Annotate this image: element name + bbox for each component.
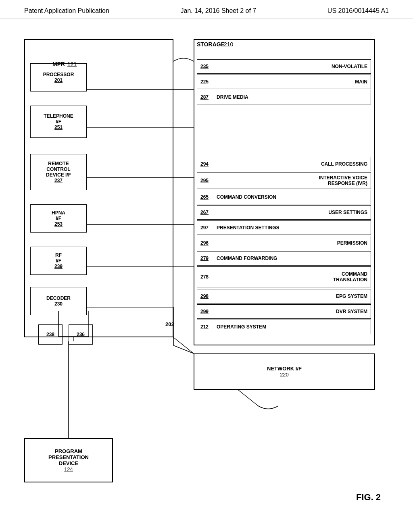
fig-label: FIG. 2	[356, 492, 381, 503]
diagram-area: MPR 121 PROCESSOR 201 TELEPHONEI/F 251 R…	[0, 19, 413, 515]
non-volatile-item: 235 NON-VOLATILE	[197, 59, 371, 74]
cf-num: 279	[200, 256, 213, 261]
cc-label: COMMAND CONVERSION	[217, 194, 276, 200]
ivr-label: INTERACTIVE VOICERESPONSE (IVR)	[319, 175, 367, 186]
perm-num: 296	[200, 240, 213, 246]
main-label: MAIN	[355, 79, 367, 85]
box-236: 236	[69, 324, 93, 345]
dvr-label: DVR SYSTEM	[336, 309, 367, 314]
remote-control-number: 237	[54, 178, 63, 183]
page-header: Patent Application Publication Jan. 14, …	[0, 0, 413, 19]
storage-number: 210	[224, 41, 233, 48]
decoder-number: 230	[54, 301, 63, 307]
us-label: USER SETTINGS	[328, 210, 367, 215]
user-settings-item: 267 USER SETTINGS	[197, 205, 371, 220]
perm-label: PERMISSION	[337, 240, 367, 246]
rf-box: RFI/F 239	[30, 247, 87, 275]
dvr-num: 299	[200, 309, 213, 314]
telephone-label: TELEPHONEI/F	[44, 113, 73, 125]
processor-box: PROCESSOR 201	[30, 63, 87, 91]
ivr-item: 295 INTERACTIVE VOICERESPONSE (IVR)	[197, 172, 371, 189]
cc-num: 265	[200, 194, 213, 200]
epg-num: 298	[200, 293, 213, 299]
ivr-num: 295	[200, 178, 213, 183]
telephone-number: 251	[54, 125, 63, 130]
236-label: 236	[77, 332, 85, 337]
ppd-number: 124	[64, 466, 73, 472]
remote-control-box: REMOTECONTROLDEVICE I/F 237	[30, 154, 87, 190]
epg-label: EPG SYSTEM	[336, 293, 367, 299]
ps-num: 297	[200, 225, 213, 231]
network-number: 220	[280, 372, 289, 378]
non-volatile-label: NON-VOLATILE	[332, 64, 367, 69]
ppd-box: PROGRAMPRESENTATIONDEVICE 124	[24, 438, 113, 482]
decoder-box: DECODER 230	[30, 287, 87, 315]
svg-line-7	[173, 345, 194, 353]
hpna-number: 253	[54, 221, 63, 227]
decoder-label: DECODER	[46, 295, 71, 301]
drive-media-label: DRIVE MEDIA	[217, 94, 248, 100]
network-box: NETWORK I/F 220	[194, 353, 375, 390]
remote-control-label: REMOTECONTROLDEVICE I/F	[46, 161, 71, 178]
ct-num: 278	[200, 274, 213, 280]
hpna-label: HPNAI/F	[52, 210, 65, 221]
ppd-label: PROGRAMPRESENTATIONDEVICE	[48, 448, 89, 466]
rf-number: 239	[54, 264, 63, 269]
rf-label: RFI/F	[55, 252, 62, 264]
drive-media-item: 287 DRIVE MEDIA	[197, 90, 371, 104]
epg-item: 298 EPG SYSTEM	[197, 289, 371, 303]
header-center: Jan. 14, 2016 Sheet 2 of 7	[180, 7, 256, 15]
telephone-box: TELEPHONEI/F 251	[30, 106, 87, 138]
hpna-box: HPNAI/F 253	[30, 204, 87, 233]
call-processing-label: CALL PROCESSING	[321, 161, 367, 167]
command-forwarding-item: 279 COMMAND FORWARDING	[197, 251, 371, 266]
drive-media-num: 287	[200, 94, 213, 100]
network-label: NETWORK I/F	[267, 366, 302, 372]
mpr-202-label: 202	[165, 321, 174, 327]
238-label: 238	[46, 332, 54, 337]
ct-label: COMMANDTRANSLATION	[333, 271, 367, 283]
header-right: US 2016/0014445 A1	[327, 7, 389, 15]
os-label: OPERATING SYSTEM	[217, 324, 266, 330]
cf-label: COMMAND FORWARDING	[217, 256, 277, 261]
main-item: 225 MAIN	[197, 75, 371, 89]
os-num: 212	[200, 324, 213, 330]
storage-label: STORAGE	[197, 41, 225, 48]
os-item: 212 OPERATING SYSTEM	[197, 320, 371, 334]
presentation-settings-item: 297 PRESENTATION SETTINGS	[197, 220, 371, 235]
processor-number: 201	[54, 77, 63, 83]
main-num: 225	[200, 79, 213, 85]
permission-item: 296 PERMISSION	[197, 236, 371, 250]
call-processing-num: 294	[200, 161, 213, 167]
processor-label: PROCESSOR	[43, 72, 74, 77]
box-238: 238	[38, 324, 63, 345]
header-left: Patent Application Publication	[24, 7, 109, 15]
command-translation-item: 278 COMMANDTRANSLATION	[197, 266, 371, 287]
ps-label: PRESENTATION SETTINGS	[217, 225, 280, 231]
call-processing-item: 294 CALL PROCESSING	[197, 157, 371, 171]
us-num: 267	[200, 210, 213, 215]
command-conversion-item: 265 COMMAND CONVERSION	[197, 190, 371, 204]
non-volatile-num: 235	[200, 64, 213, 69]
dvr-item: 299 DVR SYSTEM	[197, 304, 371, 319]
